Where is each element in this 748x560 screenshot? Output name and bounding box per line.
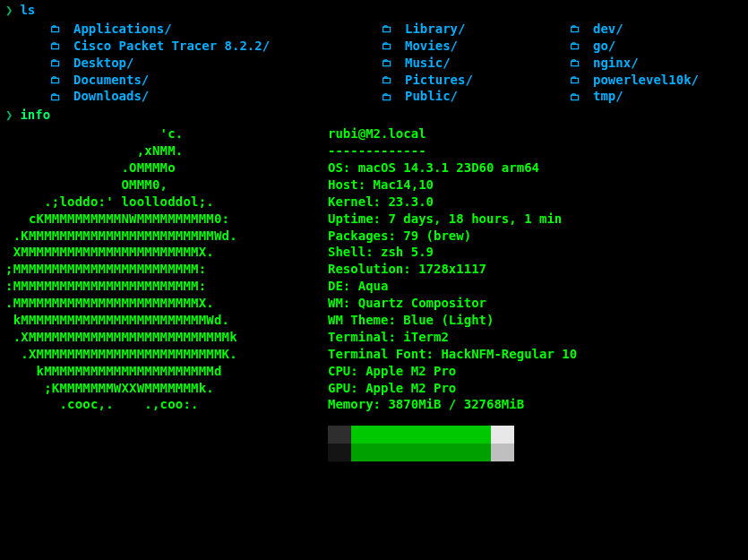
color-swatch [374, 444, 398, 461]
folder-icon: 🗀 [50, 90, 61, 104]
prompt-symbol: ❯ [0, 2, 14, 19]
info-row: OS: macOS 14.3.1 23D60 arm64 [328, 159, 577, 177]
info-row: Host: Mac14,10 [328, 177, 577, 194]
folder-icon: 🗀 [570, 22, 580, 36]
ls-item: 🗀go/ [570, 38, 748, 55]
color-swatch [468, 444, 491, 461]
apple-ascii-logo: 'c. ,xNMM. .OMMMMo OMMM0, .;loddo:' lool… [0, 125, 328, 461]
info-row: WM: Quartz Compositor [328, 295, 577, 312]
ls-item: 🗀Downloads/ [50, 88, 382, 105]
info-row: Terminal: iTerm2 [328, 329, 577, 346]
folder-icon: 🗀 [570, 56, 580, 70]
color-swatch [421, 444, 444, 461]
info-row: WM Theme: Blue (Light) [328, 312, 577, 329]
ls-item: 🗀Cisco Packet Tracer 8.2.2/ [50, 38, 382, 55]
folder-icon: 🗀 [50, 39, 61, 53]
info-row: CPU: Apple M2 Pro [328, 363, 577, 380]
ls-output: 🗀Applications/ 🗀Cisco Packet Tracer 8.2.… [0, 19, 748, 107]
folder-icon: 🗀 [50, 22, 61, 36]
user-host: rubi@M2.local [328, 125, 577, 142]
color-swatch [421, 426, 444, 444]
info-row: Terminal Font: HackNFM-Regular 10 [328, 346, 577, 363]
color-swatch [444, 444, 468, 461]
folder-icon: 🗀 [382, 39, 392, 53]
ls-item: 🗀dev/ [570, 21, 748, 38]
folder-icon: 🗀 [570, 90, 580, 104]
command-info: info [14, 107, 50, 124]
system-info: rubi@M2.local ------------- OS: macOS 14… [328, 125, 577, 461]
prompt-line-info[interactable]: ❯ info [0, 107, 748, 124]
info-row: DE: Aqua [328, 278, 577, 295]
ls-item: 🗀Pictures/ [382, 72, 570, 89]
color-swatch [444, 426, 468, 444]
ls-item: 🗀Documents/ [50, 72, 382, 89]
info-row: Kernel: 23.3.0 [328, 194, 577, 211]
info-row: Resolution: 1728x1117 [328, 261, 577, 278]
neofetch-output: 'c. ,xNMM. .OMMMMo OMMM0, .;loddo:' lool… [0, 124, 748, 461]
color-swatch [398, 444, 421, 461]
ls-item: 🗀Applications/ [50, 21, 382, 38]
info-row: Uptime: 7 days, 18 hours, 1 min [328, 211, 577, 228]
ls-item: 🗀Movies/ [382, 38, 570, 55]
folder-icon: 🗀 [50, 73, 61, 87]
info-row: Memory: 3870MiB / 32768MiB [328, 396, 577, 413]
folder-icon: 🗀 [382, 73, 392, 87]
color-swatch [491, 426, 514, 444]
ls-item: 🗀tmp/ [570, 88, 748, 105]
color-swatch [328, 444, 351, 461]
prompt-symbol: ❯ [0, 107, 14, 124]
folder-icon: 🗀 [382, 90, 392, 104]
color-swatch [351, 426, 374, 444]
folder-icon: 🗀 [570, 39, 580, 53]
info-row: GPU: Apple M2 Pro [328, 380, 577, 397]
ls-item: 🗀Public/ [382, 88, 570, 105]
ls-item: 🗀Desktop/ [50, 55, 382, 72]
ls-item: 🗀powerlevel10k/ [570, 72, 748, 89]
color-swatch [374, 426, 398, 444]
color-swatch [351, 444, 374, 461]
ls-item: 🗀Library/ [382, 21, 570, 38]
color-swatches [328, 426, 577, 461]
color-swatch [398, 426, 421, 444]
folder-icon: 🗀 [50, 56, 61, 70]
command-ls: ls [14, 2, 35, 19]
color-swatch [328, 426, 351, 444]
folder-icon: 🗀 [382, 22, 392, 36]
prompt-line-ls[interactable]: ❯ ls [0, 2, 748, 19]
folder-icon: 🗀 [382, 56, 392, 70]
info-row: Shell: zsh 5.9 [328, 244, 577, 261]
color-swatch [468, 426, 491, 444]
ls-item: 🗀Music/ [382, 55, 570, 72]
folder-icon: 🗀 [570, 73, 580, 87]
color-swatch [491, 444, 514, 461]
separator: ------------- [328, 142, 577, 159]
ls-item: 🗀nginx/ [570, 55, 748, 72]
info-row: Packages: 79 (brew) [328, 228, 577, 245]
